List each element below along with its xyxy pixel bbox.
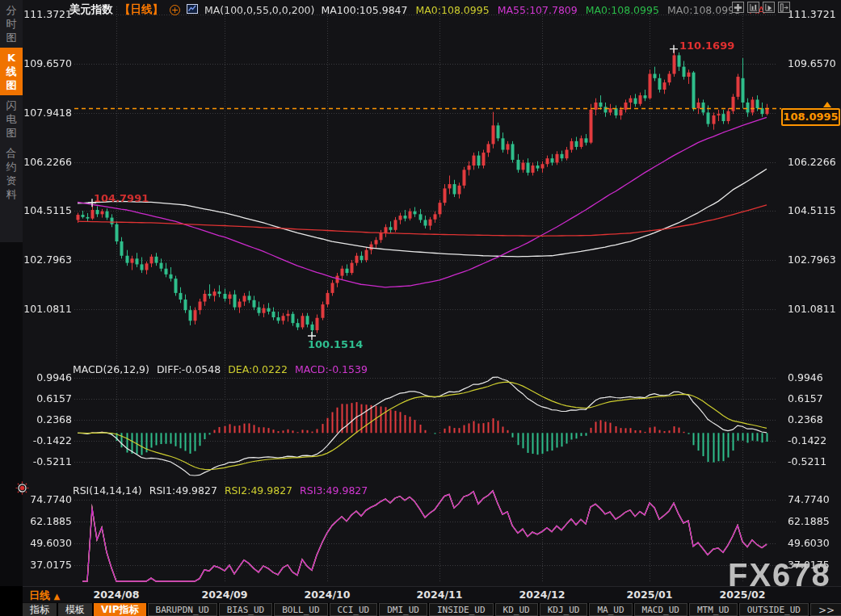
ma-values: MA100:105.9847MA0:108.0995MA55:107.7809M… bbox=[321, 4, 764, 16]
toolbar-tab-outside_ud[interactable]: OUTSIDE_UD bbox=[739, 603, 809, 616]
indicator-toolbar: 指标模板VIP指标BARUPDN_UDBIAS_UDBOLL_UDCCI_UDD… bbox=[23, 603, 841, 616]
price-axis-label-right-4: 104.5115 bbox=[788, 204, 839, 217]
macd-panel-title: MACD(26,12,9) DIFF:-0.0548 DEA:0.0222 MA… bbox=[73, 363, 368, 375]
ma-value-1: MA0:108.0995 bbox=[416, 4, 490, 16]
period-selector[interactable]: 日线 ▲ bbox=[29, 589, 60, 603]
macd-diff-value: DIFF:-0.0548 bbox=[157, 363, 221, 375]
low-price-annotation: 100.1514 bbox=[308, 338, 363, 350]
price-axis-label-right-5: 102.7963 bbox=[788, 254, 839, 266]
rsi-axis-label-right-1: 62.1885 bbox=[788, 515, 839, 528]
macd-axis-label-left-1: 0.6157 bbox=[23, 392, 72, 405]
rsi-axis-label-left-3: 37.0175 bbox=[23, 559, 72, 572]
high-price-annotation: 110.1699 bbox=[679, 40, 734, 52]
collapse-panel-icon[interactable] bbox=[778, 2, 790, 13]
pan-icon[interactable] bbox=[732, 2, 744, 13]
chart-canvas[interactable] bbox=[0, 0, 841, 616]
toolbar-tab-vip[interactable]: VIP指标 bbox=[94, 603, 146, 616]
price-axis-label-left-4: 104.5115 bbox=[23, 204, 72, 217]
rsi1-value: RSI1:49.9827 bbox=[149, 484, 217, 497]
trading-app-window: 分 时 图K 线 图闪 电 图合 约 资 料 美元指数 【日线】 + MA(10… bbox=[0, 0, 841, 616]
toolbar-tab-bias_ud[interactable]: BIAS_UD bbox=[219, 603, 272, 616]
toolbar-tab-kdj_ud[interactable]: KDJ_UD bbox=[540, 603, 588, 616]
time-axis-row: 日线 ▲ 2024/082024/092024/102024/112024/12… bbox=[23, 586, 841, 602]
price-up-arrow-icon bbox=[823, 102, 831, 107]
toolbar-tab-inside_ud[interactable]: INSIDE_UD bbox=[429, 603, 494, 616]
macd-axis-label-left-4: -0.5211 bbox=[23, 455, 72, 468]
toolbar-tab-ma_ud[interactable]: MA_UD bbox=[589, 603, 632, 616]
toolbar-tab-[interactable]: 模板 bbox=[58, 603, 92, 616]
chart-type-sidebar: 分 时 图K 线 图闪 电 图合 约 资 料 bbox=[0, 0, 23, 242]
watermark: FX678 bbox=[728, 557, 831, 593]
rsi-axis-label-left-0: 74.7740 bbox=[23, 493, 72, 506]
price-axis-label-left-1: 109.6570 bbox=[23, 57, 72, 70]
toolbar-tab-mtm_ud[interactable]: MTM_UD bbox=[689, 603, 738, 616]
date-label-2024-12: 2024/12 bbox=[519, 589, 566, 601]
macd-axis-label-right-3: -0.1422 bbox=[788, 434, 839, 447]
toolbar-tab-macd_ud[interactable]: MACD_UD bbox=[634, 603, 688, 616]
price-axis-label-left-6: 101.0811 bbox=[23, 303, 72, 316]
rsi-axis-label-left-1: 62.1885 bbox=[23, 515, 72, 528]
toolbar-tab-boll_ud[interactable]: BOLL_UD bbox=[274, 603, 327, 616]
macd-params-label: MACD(26,12,9) bbox=[73, 363, 149, 375]
triangle-up-icon: ▲ bbox=[54, 592, 61, 601]
toolbar-tab-[interactable]: >> bbox=[810, 603, 841, 616]
price-axis-label-right-6: 101.0811 bbox=[788, 303, 839, 316]
sidebar-item-0[interactable]: 分 时 图 bbox=[0, 0, 23, 48]
macd-axis-label-left-3: -0.1422 bbox=[23, 434, 72, 447]
sidebar-item-2[interactable]: 闪 电 图 bbox=[0, 95, 23, 143]
date-label-2024-08: 2024/08 bbox=[94, 589, 140, 601]
add-indicator-icon[interactable]: + bbox=[170, 5, 180, 15]
symbol-title: 美元指数 bbox=[69, 2, 113, 17]
rsi-axis-label-right-2: 49.6030 bbox=[788, 537, 839, 550]
period-selector-label: 日线 bbox=[29, 589, 50, 601]
macd-axis-label-right-0: 0.9946 bbox=[788, 371, 839, 384]
ma-value-4: MA0:108.0995 bbox=[667, 4, 741, 16]
rsi-params-label: RSI(14,14,14) bbox=[73, 484, 142, 497]
macd-axis-label-right-1: 0.6157 bbox=[788, 392, 839, 405]
rsi2-value: RSI2:49.9827 bbox=[225, 484, 292, 497]
toolbar-tab-kd_ud[interactable]: KD_UD bbox=[495, 603, 538, 616]
ma-value-0: MA100:105.9847 bbox=[321, 4, 407, 16]
toolbar-tab-barupdn_ud[interactable]: BARUPDN_UD bbox=[148, 603, 217, 616]
rsi3-value: RSI3:49.9827 bbox=[300, 484, 368, 497]
chart-header: 美元指数 【日线】 + MA(100,0,55,0,0,200) MA100:1… bbox=[69, 2, 764, 17]
macd-axis-label-right-4: -0.5211 bbox=[788, 455, 839, 468]
rsi-axis-label-left-2: 49.6030 bbox=[23, 537, 72, 550]
macd-axis-label-right-2: 0.2368 bbox=[788, 413, 839, 426]
date-label-2024-10: 2024/10 bbox=[305, 589, 351, 601]
toolbar-tab-cci_ud[interactable]: CCI_UD bbox=[330, 603, 378, 616]
toolbar-tab-[interactable]: 指标 bbox=[23, 603, 57, 616]
rsi-panel-title: RSI(14,14,14) RSI1:49.9827 RSI2:49.9827 … bbox=[73, 484, 368, 497]
date-label-2024-11: 2024/11 bbox=[417, 589, 463, 601]
macd-axis-label-left-0: 0.9946 bbox=[23, 371, 72, 384]
price-axis-label-right-0: 111.3721 bbox=[788, 8, 839, 21]
zoom-y-axis-icon[interactable] bbox=[747, 2, 759, 13]
price-axis-label-right-3: 106.2266 bbox=[788, 156, 839, 169]
price-axis-label-left-0: 111.3721 bbox=[23, 8, 72, 21]
period-tag: 【日线】 bbox=[120, 2, 163, 17]
date-label-2025-01: 2025/01 bbox=[627, 589, 673, 601]
mini-chart-icon bbox=[187, 4, 198, 16]
rsi-axis-label-right-0: 74.7740 bbox=[788, 493, 839, 506]
sidebar-item-kline[interactable]: K 线 图 bbox=[0, 48, 23, 95]
macd-hist-value: MACD:-0.1539 bbox=[295, 363, 368, 375]
date-label-2024-09: 2024/09 bbox=[202, 589, 248, 601]
price-axis-label-left-2: 107.9418 bbox=[23, 107, 72, 119]
alert-dot-icon[interactable] bbox=[15, 481, 29, 497]
ma-value-2: MA55:107.7809 bbox=[498, 4, 578, 16]
zoom-x-axis-icon[interactable] bbox=[763, 2, 775, 13]
price-axis-label-right-1: 109.6570 bbox=[788, 57, 839, 70]
macd-axis-label-left-2: 0.2368 bbox=[23, 413, 72, 426]
last-price-box: 108.0995 bbox=[781, 108, 840, 126]
price-axis-label-left-3: 106.2266 bbox=[23, 156, 72, 169]
swing-high-annotation: 104.7991 bbox=[94, 192, 149, 204]
macd-dea-value: DEA:0.0222 bbox=[228, 363, 288, 375]
price-axis-label-left-5: 102.7963 bbox=[23, 254, 72, 266]
toolbar-tab-dmi_ud[interactable]: DMI_UD bbox=[379, 603, 427, 616]
sidebar-item-3[interactable]: 合 约 资 料 bbox=[0, 143, 23, 204]
window-controls bbox=[732, 2, 790, 13]
ma-value-3: MA0:108.0995 bbox=[586, 4, 659, 16]
ma-settings-label: MA(100,0,55,0,0,200) bbox=[204, 4, 314, 16]
